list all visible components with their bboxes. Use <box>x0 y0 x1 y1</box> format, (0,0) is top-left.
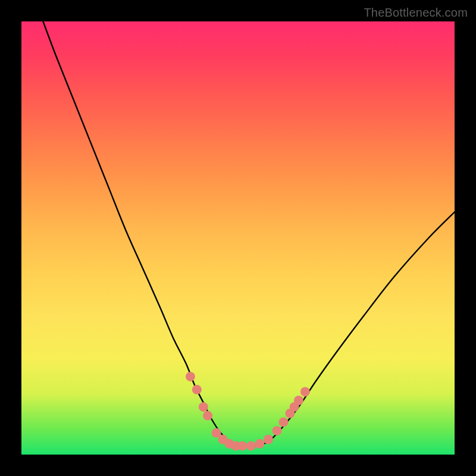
marker-dot <box>278 417 288 427</box>
marker-dot <box>203 411 212 420</box>
marker-dot <box>255 439 264 449</box>
highlight-markers <box>186 372 310 450</box>
curve-overlay <box>21 21 455 455</box>
watermark-text: TheBottleneck.com <box>364 6 468 20</box>
plot-area <box>21 21 455 455</box>
marker-dot <box>246 441 256 450</box>
bottleneck-curve <box>43 21 455 446</box>
marker-dot <box>192 385 202 394</box>
marker-dot <box>199 402 208 412</box>
marker-dot <box>300 387 310 396</box>
marker-dot <box>237 441 247 450</box>
marker-dot <box>186 372 195 381</box>
marker-dot <box>294 396 303 405</box>
marker-dot <box>273 426 282 436</box>
chart-frame: TheBottleneck.com <box>0 0 476 476</box>
marker-dot <box>264 435 273 444</box>
